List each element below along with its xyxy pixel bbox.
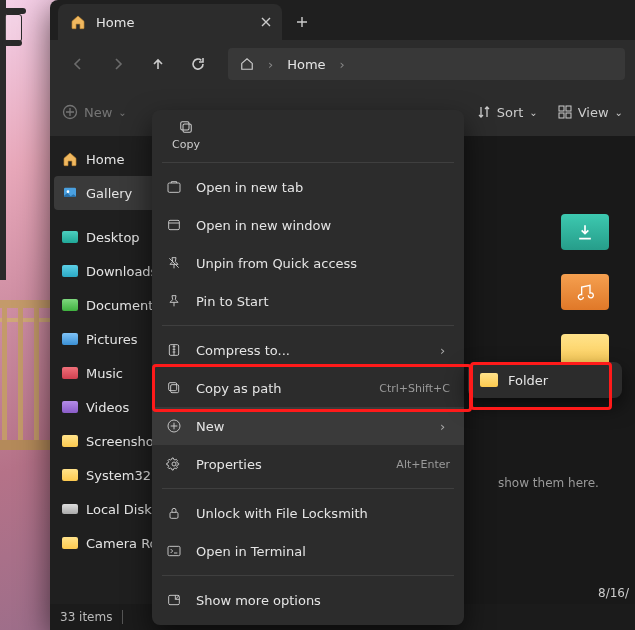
sort-label: Sort xyxy=(497,105,524,120)
context-copy-button[interactable]: Copy xyxy=(152,116,206,157)
svg-rect-13 xyxy=(169,383,177,391)
svg-point-6 xyxy=(67,190,70,193)
folder-icon xyxy=(62,367,78,379)
ctx-label: Properties xyxy=(196,457,382,472)
sidebar-item-label: Music xyxy=(86,366,123,381)
ctx-open-in-terminal[interactable]: Open in Terminal xyxy=(152,532,464,570)
home-icon xyxy=(70,14,86,30)
folder-icon xyxy=(62,265,78,277)
window-icon xyxy=(166,217,182,233)
music-folder-icon xyxy=(561,274,609,310)
breadcrumb-bar[interactable]: › Home › xyxy=(228,48,625,80)
forward-button[interactable] xyxy=(100,46,136,82)
ctx-show-more-options[interactable]: Show more options xyxy=(152,581,464,619)
new-submenu: Folder xyxy=(468,362,622,398)
new-tab-button[interactable] xyxy=(282,4,322,40)
breadcrumb-home[interactable]: Home xyxy=(287,57,325,72)
svg-rect-10 xyxy=(169,220,180,229)
ctx-label: New xyxy=(196,419,426,434)
tab-icon xyxy=(166,179,182,195)
ctx-label: Open in Terminal xyxy=(196,544,450,559)
copy-path-icon xyxy=(166,380,182,396)
sidebar-item-label: Home xyxy=(86,152,124,167)
sidebar-item-label: Desktop xyxy=(86,230,140,245)
empty-hint: show them here. xyxy=(498,476,599,490)
sidebar-item-label: Documents xyxy=(86,298,160,313)
svg-rect-17 xyxy=(168,546,180,555)
railing-illustration xyxy=(0,300,50,450)
ctx-label: Open in new window xyxy=(196,218,450,233)
compress-icon xyxy=(166,342,182,358)
svg-rect-12 xyxy=(171,385,179,393)
nav-toolbar: › Home › xyxy=(50,40,635,88)
view-label: View xyxy=(578,105,609,120)
ctx-new[interactable]: New› xyxy=(152,407,464,445)
chevron-right-icon: › xyxy=(440,343,450,358)
gallery-icon xyxy=(62,185,78,201)
more-icon xyxy=(166,592,182,608)
favorite-downloads[interactable] xyxy=(557,214,613,250)
tab-title: Home xyxy=(96,15,134,30)
properties-icon xyxy=(166,456,182,472)
ctx-label: Unlock with File Locksmith xyxy=(196,506,450,521)
chevron-down-icon: ⌄ xyxy=(118,107,126,118)
svg-rect-16 xyxy=(170,512,178,518)
divider xyxy=(122,610,123,624)
ctx-label: Pin to Start xyxy=(196,294,450,309)
sidebar-item-label: Pictures xyxy=(86,332,137,347)
ctx-unlock-file-locksmith[interactable]: Unlock with File Locksmith xyxy=(152,494,464,532)
drive-date: 8/16/ xyxy=(598,586,629,600)
svg-rect-9 xyxy=(168,183,180,192)
terminal-icon xyxy=(166,543,182,559)
folder-icon xyxy=(62,333,78,345)
ctx-open-new-tab[interactable]: Open in new tab xyxy=(152,168,464,206)
back-button[interactable] xyxy=(60,46,96,82)
new-menu-button[interactable]: New ⌄ xyxy=(62,104,127,120)
ctx-label: Compress to... xyxy=(196,343,426,358)
svg-rect-3 xyxy=(559,113,564,118)
svg-rect-4 xyxy=(566,113,571,118)
sort-menu-button[interactable]: Sort ⌄ xyxy=(477,105,538,120)
title-bar: Home xyxy=(50,0,635,40)
ctx-compress-to[interactable]: Compress to...› xyxy=(152,331,464,369)
ctx-open-new-window[interactable]: Open in new window xyxy=(152,206,464,244)
ctx-label: Unpin from Quick access xyxy=(196,256,450,271)
flyout-folder[interactable]: Folder xyxy=(508,373,548,388)
favorite-music[interactable] xyxy=(557,274,613,310)
svg-rect-1 xyxy=(559,106,564,111)
disk-icon xyxy=(62,504,78,514)
ctx-label: Show more options xyxy=(196,593,450,608)
chevron-down-icon: ⌄ xyxy=(529,107,537,118)
plus-circle-icon xyxy=(166,418,182,434)
ctx-pin-to-start[interactable]: Pin to Start xyxy=(152,282,464,320)
sidebar-item-label: Videos xyxy=(86,400,129,415)
chevron-right-icon: › xyxy=(268,57,273,72)
folder-icon xyxy=(480,373,498,387)
svg-rect-8 xyxy=(181,122,189,130)
ctx-shortcut: Ctrl+Shift+C xyxy=(379,382,450,395)
folder-icon xyxy=(62,299,78,311)
home-icon xyxy=(62,151,78,167)
sidebar-item-label: Gallery xyxy=(86,186,132,201)
unpin-icon xyxy=(166,255,182,271)
folder-icon xyxy=(62,401,78,413)
streetlamp-illustration xyxy=(0,0,30,280)
ctx-label: Copy as path xyxy=(196,381,365,396)
copy-label: Copy xyxy=(172,138,200,151)
new-label: New xyxy=(84,105,112,120)
up-button[interactable] xyxy=(140,46,176,82)
svg-rect-7 xyxy=(183,124,191,132)
downloads-folder-icon xyxy=(561,214,609,250)
ctx-copy-as-path[interactable]: Copy as pathCtrl+Shift+C xyxy=(152,369,464,407)
view-menu-button[interactable]: View ⌄ xyxy=(558,105,623,120)
ctx-properties[interactable]: PropertiesAlt+Enter xyxy=(152,445,464,483)
home-icon xyxy=(240,57,254,71)
sidebar-item-label: Downloads xyxy=(86,264,157,279)
svg-point-15 xyxy=(172,462,176,466)
ctx-unpin-quick-access[interactable]: Unpin from Quick access xyxy=(152,244,464,282)
folder-icon xyxy=(62,435,78,447)
refresh-button[interactable] xyxy=(180,46,216,82)
folder-icon xyxy=(62,469,78,481)
close-tab-icon[interactable] xyxy=(260,16,272,28)
tab-home[interactable]: Home xyxy=(58,4,282,40)
